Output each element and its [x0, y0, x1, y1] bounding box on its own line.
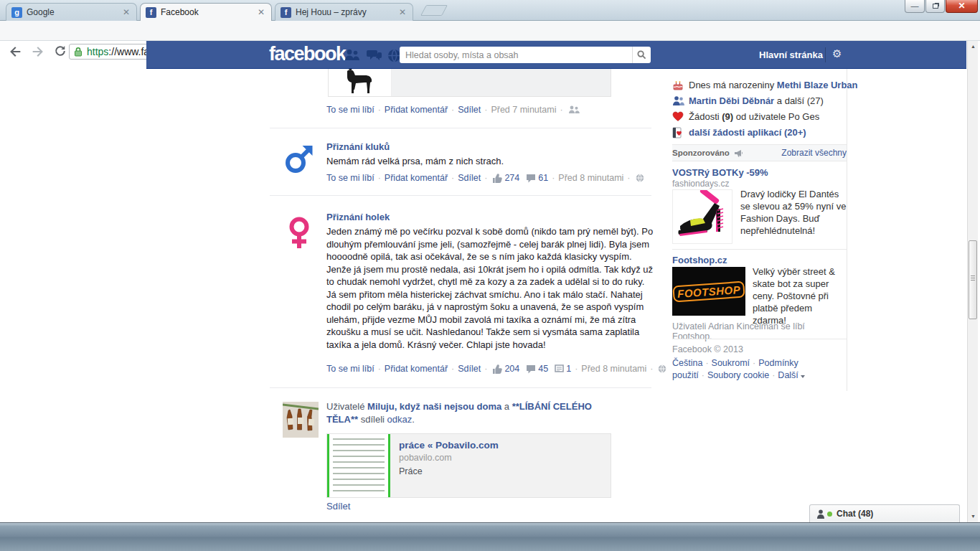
- secure-lock-icon[interactable]: [74, 47, 83, 57]
- goat-image: [329, 69, 392, 97]
- chat-bar[interactable]: Chat (48): [809, 504, 960, 522]
- ad2-footshop-image[interactable]: FOOTSHOP: [672, 267, 745, 316]
- friend-requests-notification[interactable]: Martin Děbi Děbnár a další (27): [672, 95, 847, 109]
- post-timestamp[interactable]: Před 7 minutami: [491, 105, 556, 115]
- share-link[interactable]: Sdílet: [458, 364, 481, 374]
- app-requests-link[interactable]: další žádosti aplikací (20+): [689, 127, 806, 138]
- messages-icon[interactable]: [366, 49, 382, 62]
- app-request-heart-notification[interactable]: Žádosti (9) od uživatele Po Ges: [672, 110, 847, 125]
- post-actions: To se mi líbí Přidat komentář Sdílet 204…: [326, 364, 666, 374]
- share-count[interactable]: 1: [566, 364, 571, 374]
- birthday-name-link[interactable]: Methi Blaze Urban: [777, 80, 858, 90]
- friends-audience-icon: [568, 105, 580, 114]
- scrollbar-thumb[interactable]: [969, 240, 977, 319]
- column-separator: [847, 69, 847, 391]
- post-timestamp[interactable]: Před 8 minutami: [558, 173, 623, 183]
- search-input[interactable]: [400, 50, 632, 60]
- search-button[interactable]: [632, 47, 651, 63]
- page-name-link[interactable]: Přiznání kluků: [326, 141, 390, 152]
- post-timestamp[interactable]: Před 8 minutami: [581, 364, 646, 374]
- footer-link-language[interactable]: Čeština: [672, 358, 702, 368]
- heart-prefix: Žádosti: [689, 111, 720, 122]
- like-link[interactable]: To se mi líbí: [326, 173, 374, 183]
- close-button[interactable]: ✕: [946, 0, 978, 13]
- page-avatar-male-symbol[interactable]: [283, 143, 316, 176]
- footer-link-privacy[interactable]: Soukromí: [702, 358, 750, 368]
- page-name-link[interactable]: Přiznání holek: [326, 212, 390, 222]
- feed-post-cutoff: To se mi líbí Přidat komentář Sdílet Pře…: [270, 69, 651, 128]
- like-count[interactable]: 204: [504, 364, 519, 374]
- google-favicon-icon: g: [11, 7, 22, 18]
- comment-link[interactable]: Přidat komentář: [385, 173, 448, 183]
- search-icon: [637, 50, 646, 60]
- page-avatar-female-symbol[interactable]: [283, 217, 316, 250]
- like-link[interactable]: To se mi líbí: [326, 105, 374, 115]
- link-meta: práce « Pobavilo.com pobavilo.com Práce: [390, 434, 507, 497]
- window-controls: — ✕: [904, 0, 978, 13]
- link-word[interactable]: odkaz: [387, 414, 413, 425]
- footer-link-more[interactable]: Další: [769, 370, 798, 380]
- comment-count[interactable]: 61: [538, 173, 548, 183]
- browser-tab-google[interactable]: g Google ✕: [6, 3, 137, 21]
- ad1-text: Dravý lodičky El Dantés se slevou až 59%…: [740, 188, 847, 237]
- like-count[interactable]: 274: [504, 173, 519, 183]
- share-link[interactable]: Sdílet: [326, 501, 350, 512]
- post-attachment-preview[interactable]: [328, 69, 611, 97]
- page-scrollbar[interactable]: ▲ ▼: [967, 41, 978, 522]
- friends-icon: [672, 95, 684, 107]
- facebook-favicon-icon: f: [281, 7, 291, 18]
- chat-person-icon: [817, 509, 826, 519]
- tab-label: Hej Houu – zprávy: [296, 7, 393, 17]
- birthday-notification[interactable]: Dnes má narozeniny Methi Blaze Urban: [672, 79, 847, 93]
- link-domain: pobavilo.com: [399, 453, 499, 463]
- forward-button[interactable]: [30, 44, 47, 60]
- comment-link[interactable]: Přidat komentář: [385, 105, 448, 115]
- reload-button[interactable]: [53, 44, 70, 60]
- ad1-title-link[interactable]: VOSTRý BOTKy -59%: [672, 167, 768, 178]
- comment-count-icon: [526, 174, 536, 183]
- see-all-link[interactable]: Zobrazit všechny: [781, 148, 847, 158]
- url-scheme: https: [87, 46, 108, 57]
- comment-link[interactable]: Přidat komentář: [385, 364, 448, 374]
- page-avatar-bottles[interactable]: [283, 402, 319, 438]
- restore-button[interactable]: [925, 0, 945, 13]
- facebook-logo[interactable]: facebook: [269, 43, 346, 65]
- new-tab-button[interactable]: [420, 5, 448, 16]
- link-title[interactable]: práce « Pobavilo.com: [399, 440, 499, 451]
- home-link[interactable]: Hlavní stránka: [759, 50, 823, 60]
- browser-tab-hej-houu[interactable]: f Hej Houu – zprávy ✕: [275, 3, 413, 21]
- page-link-1[interactable]: Miluju, když naši nejsou doma: [367, 401, 501, 412]
- tab-close-icon[interactable]: ✕: [256, 7, 266, 17]
- post-text: Nemám rád velká prsa, mám z nich strach.: [326, 155, 654, 168]
- like-link[interactable]: To se mi líbí: [326, 364, 374, 374]
- feed-divider: [270, 128, 651, 128]
- minimize-button[interactable]: —: [905, 0, 925, 13]
- header-separator: [825, 47, 826, 62]
- scroll-down-icon[interactable]: ▼: [968, 511, 979, 522]
- share-link[interactable]: Sdílet: [458, 105, 481, 115]
- scroll-up-icon[interactable]: ▲: [968, 41, 979, 52]
- ad2-title-link[interactable]: Footshop.cz: [672, 255, 727, 265]
- restore-icon: [933, 4, 938, 9]
- gear-icon[interactable]: ⚙: [832, 47, 842, 60]
- share-link[interactable]: Sdílet: [458, 173, 481, 183]
- tab-label: Google: [27, 7, 117, 17]
- back-button[interactable]: [7, 44, 24, 60]
- comment-count[interactable]: 45: [538, 364, 548, 374]
- request-name-link[interactable]: Martin Děbi Děbnár: [689, 95, 774, 106]
- sidebar-divider: [672, 249, 847, 250]
- post-actions: To se mi líbí Přidat komentář Sdílet Pře…: [326, 105, 580, 115]
- heart-icon: [672, 111, 684, 123]
- link-attachment[interactable]: práce « Pobavilo.com pobavilo.com Práce: [326, 433, 611, 498]
- heart-count: (9): [722, 111, 733, 122]
- tab-close-icon[interactable]: ✕: [121, 7, 131, 17]
- more-app-requests-notification[interactable]: další žádosti aplikací (20+): [672, 126, 847, 141]
- request-suffix: a další (27): [777, 95, 824, 106]
- footer-copyright: Facebook © 2013: [672, 344, 743, 354]
- facebook-header: facebook Hlavní stránka ⚙: [146, 41, 966, 69]
- footer-link-cookies[interactable]: Soubory cookie: [699, 370, 769, 380]
- ad1-shoe-image[interactable]: [672, 189, 732, 244]
- friend-requests-icon[interactable]: [344, 49, 360, 62]
- browser-tab-facebook[interactable]: f Facebook ✕: [140, 3, 272, 21]
- tab-close-icon[interactable]: ✕: [397, 7, 407, 17]
